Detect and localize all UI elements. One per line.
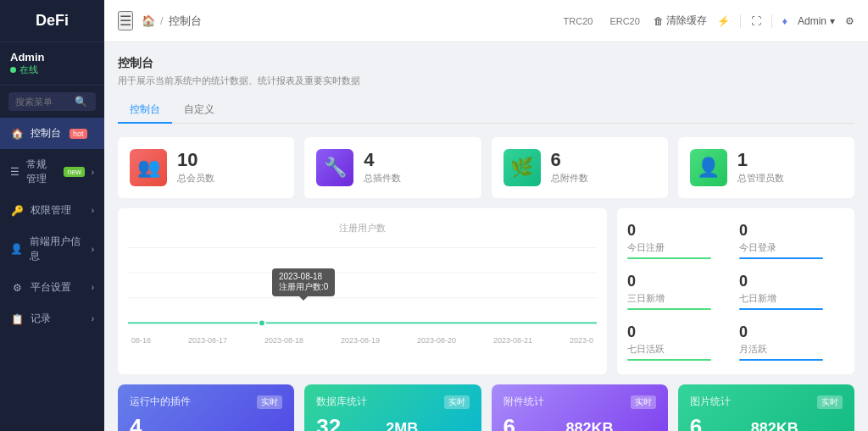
card2-main: 32 🗄 数据库数量 (316, 416, 369, 431)
sidebar-item-platform[interactable]: ⚙ 平台设置 › (0, 272, 104, 303)
card3-sub: 882KB ▼ 附件大小 (566, 420, 614, 431)
chart-svg (128, 235, 597, 328)
page-title: 控制台 (118, 56, 854, 71)
icon1-button[interactable]: ⚡ (717, 15, 730, 27)
sidebar-item-frontend[interactable]: 👤 前端用户信息 › (0, 226, 104, 272)
nav-label: 权限管理 (31, 203, 71, 218)
user-status: 在线 (10, 64, 94, 76)
x-label-6: 2023-0 (570, 336, 593, 345)
bottom-row: 运行中的插件 实时 4 ↑ 当前运行中的插件数量 数据库统计 实时 32 (118, 384, 854, 431)
nav-badge-new: new (64, 167, 85, 177)
x-label-0: 08-16 (131, 336, 151, 345)
card-database: 数据库统计 实时 32 🗄 数据库数量 2MB ▼ (304, 384, 481, 431)
admins-icon: 👤 (690, 149, 727, 186)
nav-label: 平台设置 (31, 280, 71, 295)
page-description: 用于展示当前系统中的统计数据、统计报表及重要实时数据 (118, 75, 854, 87)
stat-7day-active-value: 0 (627, 323, 732, 341)
trc20-button[interactable]: TRC20 (560, 14, 597, 28)
admin-name: Admin (798, 15, 826, 27)
admin-user[interactable]: Admin ▾ (798, 15, 835, 27)
admins-label: 总管理员数 (737, 172, 784, 185)
stat-7day-new-bar (739, 308, 823, 310)
stat-today-login-bar (739, 257, 823, 259)
stat-7day-active-bar (627, 359, 711, 361)
mid-row: 注册用户数 2023-08-18 注册用户数:0 (118, 208, 854, 374)
card-running-plugins: 运行中的插件 实时 4 ↑ 当前运行中的插件数量 (118, 384, 294, 431)
frontend-icon: 👤 (10, 243, 23, 255)
status-dot (10, 67, 16, 73)
eth-icon: ♦ (782, 15, 787, 27)
chevron-right-icon: › (92, 168, 94, 177)
sidebar-nav: 🏠 控制台 hot ☰ 常规管理 new › 🔑 权限管理 › 👤 前端用户信息… (0, 118, 104, 334)
clear-cache-label: 清除缓存 (666, 14, 707, 28)
card-header-1: 运行中的插件 实时 (130, 395, 282, 409)
status-label: 在线 (19, 64, 38, 76)
sidebar-search[interactable]: 🔍 (8, 92, 96, 111)
x-label-3: 2023-08-19 (341, 336, 380, 345)
card4-badge: 实时 (817, 395, 843, 409)
content-area: 控制台 用于展示当前系统中的统计数据、统计报表及重要实时数据 控制台 自定义 👥… (104, 42, 868, 431)
breadcrumb: 🏠 / 控制台 (142, 14, 202, 29)
sidebar-item-permission[interactable]: 🔑 权限管理 › (0, 195, 104, 226)
tab-bar: 控制台 自定义 (118, 97, 854, 124)
plugins-icon: 🔧 (316, 149, 353, 186)
stat-today-reg-label: 今日注册 (627, 241, 732, 254)
erc20-button[interactable]: ERC20 (606, 14, 643, 28)
stat-today-reg-bar (627, 257, 711, 259)
fullscreen-icon: ⛶ (751, 15, 761, 27)
tab-custom[interactable]: 自定义 (172, 97, 226, 124)
clear-cache-button[interactable]: 🗑 清除缓存 (654, 14, 707, 28)
members-value: 10 (177, 151, 214, 169)
card1-badge: 实时 (257, 395, 282, 409)
chevron-right-icon: › (92, 245, 94, 254)
user-stat-7day-new: 0 七日新增 (739, 269, 844, 313)
chart-area: 注册用户数 2023-08-18 注册用户数:0 (118, 208, 607, 374)
card2-main-value: 32 (316, 416, 369, 431)
card3-main: 6 📎 附件数量 (504, 416, 549, 431)
card4-body: 6 🖼 图片数量 882KB ▼ 图片大小 (690, 416, 843, 431)
card-header-3: 附件统计 实时 (504, 395, 656, 409)
log-icon: 📋 (10, 313, 24, 325)
attachments-icon: 🌿 (504, 149, 541, 186)
search-input[interactable] (15, 97, 75, 107)
sidebar-item-regular[interactable]: ☰ 常规管理 new › (0, 149, 104, 195)
plugins-value: 4 (364, 151, 401, 169)
stat-month-active-bar (739, 359, 823, 361)
logo-text: DeFi (36, 12, 69, 30)
card-attachments: 附件统计 实时 6 📎 附件数量 882KB ▼ (492, 384, 668, 431)
user-stat-3day: 0 三日新增 (627, 269, 732, 313)
chevron-right-icon: › (92, 283, 94, 292)
stat-3day-value: 0 (627, 273, 732, 290)
sidebar-user: Admin 在线 (0, 42, 104, 86)
card4-sub: 882KB ▼ 图片大小 (751, 420, 798, 431)
user-stat-7day-active: 0 七日活跃 (627, 320, 732, 364)
menu-toggle-button[interactable]: ☰ (118, 11, 133, 30)
nav-label: 记录 (31, 312, 51, 326)
chart-y-label: 注册用户数 (128, 222, 597, 235)
chevron-right-icon: › (92, 314, 94, 323)
tooltip-date: 2023-08-18 (279, 272, 322, 281)
regular-icon: ☰ (10, 166, 19, 178)
breadcrumb-sep: / (160, 14, 164, 27)
card3-sub-value: 882KB (566, 420, 614, 431)
stat-card-attachments: 🌿 6 总附件数 (492, 137, 668, 198)
stat-month-active-label: 月活跃 (739, 343, 844, 356)
x-label-2: 2023-08-18 (264, 336, 303, 345)
tab-dashboard[interactable]: 控制台 (118, 97, 172, 124)
nav-label: 控制台 (31, 126, 61, 141)
stat-today-login-value: 0 (739, 222, 844, 240)
x-label-4: 2023-08-20 (417, 336, 456, 345)
sidebar-item-log[interactable]: 📋 记录 › (0, 303, 104, 334)
settings-button[interactable]: ⚙ (845, 15, 854, 27)
platform-icon: ⚙ (10, 282, 24, 294)
gear-icon: ⚙ (845, 15, 854, 27)
chart-svg-wrap: 2023-08-18 注册用户数:0 (128, 235, 597, 336)
card2-sub-value: 2MB (386, 420, 430, 431)
search-icon: 🔍 (75, 96, 87, 108)
sidebar-item-dashboard[interactable]: 🏠 控制台 hot (0, 118, 104, 149)
fullscreen-button[interactable]: ⛶ (751, 15, 761, 27)
topbar: ☰ 🏠 / 控制台 TRC20 ERC20 🗑 清除缓存 ⚡ ⛶ ♦ Admin (104, 0, 868, 42)
topbar-right: TRC20 ERC20 🗑 清除缓存 ⚡ ⛶ ♦ Admin ▾ ⚙ (560, 14, 854, 28)
stat-7day-active-label: 七日活跃 (627, 343, 732, 356)
trash-icon: 🗑 (654, 15, 664, 27)
